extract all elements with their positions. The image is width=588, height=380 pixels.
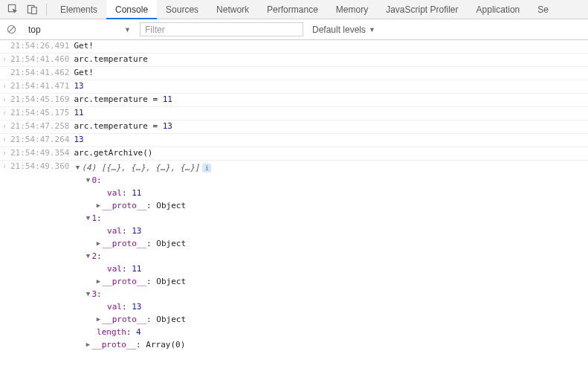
input-arrow-icon: › xyxy=(0,148,9,158)
tab-sources[interactable]: Sources xyxy=(157,0,207,19)
collapsed-icon[interactable]: ▶ xyxy=(94,237,102,250)
timestamp: 21:54:41.460 xyxy=(9,54,74,64)
device-toggle-icon[interactable] xyxy=(22,0,42,19)
expanded-icon[interactable]: ▼ xyxy=(84,212,91,225)
object-tree[interactable]: ▼(4) [{…}, {…}, {…}, {…}]i▼0: val: 11▶__… xyxy=(74,161,588,351)
log-message: Get! xyxy=(74,68,588,77)
timestamp: 21:54:41.471 xyxy=(9,81,74,91)
timestamp: 21:54:45.175 xyxy=(9,108,74,117)
log-message: 11 xyxy=(74,108,588,117)
output-arrow-icon: ‹ xyxy=(0,161,9,171)
expanded-icon[interactable]: ▼ xyxy=(84,250,91,263)
output-arrow-icon: ‹ xyxy=(0,81,9,91)
console-row[interactable]: ›21:54:47.258arc.temperature = 13 xyxy=(0,120,588,134)
tab-memory[interactable]: Memory xyxy=(327,0,377,19)
log-message: 13 xyxy=(74,135,588,144)
collapsed-icon[interactable]: ▶ xyxy=(94,199,102,212)
levels-label: Default levels xyxy=(312,25,366,35)
console-row[interactable]: 21:54:26.491Get! xyxy=(0,40,588,54)
expanded-icon[interactable]: ▼ xyxy=(84,288,91,300)
timestamp: 21:54:41.462 xyxy=(9,68,74,77)
tree-proto[interactable]: ▶__proto__: Object xyxy=(74,275,588,288)
context-label: top xyxy=(28,25,41,35)
input-arrow-icon: › xyxy=(0,121,9,131)
tree-root[interactable]: ▼(4) [{…}, {…}, {…}, {…}]i xyxy=(74,161,588,174)
tree-proto[interactable]: ▶__proto__: Object xyxy=(74,199,588,212)
tree-length[interactable]: length: 4 xyxy=(74,326,588,338)
output-arrow-icon: ‹ xyxy=(0,135,9,144)
info-icon[interactable]: i xyxy=(202,164,211,173)
timestamp: 21:54:45.169 xyxy=(9,94,74,104)
console-row[interactable]: ‹21:54:49.360▼(4) [{…}, {…}, {…}, {…}]i▼… xyxy=(0,161,588,352)
tree-prop-val[interactable]: val: 11 xyxy=(74,187,588,199)
svg-line-4 xyxy=(8,27,13,32)
tab-console[interactable]: Console xyxy=(106,0,157,19)
tree-prop-val[interactable]: val: 11 xyxy=(74,263,588,275)
svg-rect-2 xyxy=(31,7,36,14)
tab-application[interactable]: Application xyxy=(468,0,529,19)
output-arrow-icon: ‹ xyxy=(0,108,9,117)
log-message: arc.getArchive() xyxy=(74,148,588,158)
input-arrow-icon: › xyxy=(0,54,9,64)
context-selector[interactable]: top ▼ xyxy=(24,22,135,37)
collapsed-icon[interactable]: ▶ xyxy=(94,275,102,288)
tree-prop-val[interactable]: val: 13 xyxy=(74,225,588,237)
tree-index[interactable]: ▼0: xyxy=(74,174,588,187)
devtools-tabbar: ElementsConsoleSourcesNetworkPerformance… xyxy=(0,0,588,19)
console-row[interactable]: ‹21:54:47.26413 xyxy=(0,134,588,147)
timestamp: 21:54:49.360 xyxy=(9,161,74,171)
log-message: arc.temperature = 11 xyxy=(74,94,588,104)
tree-proto[interactable]: ▶__proto__: Array(0) xyxy=(74,338,588,351)
timestamp: 21:54:49.354 xyxy=(9,148,74,158)
timestamp: 21:54:47.258 xyxy=(9,121,74,131)
collapsed-icon[interactable]: ▶ xyxy=(84,338,91,351)
console-row[interactable]: ‹21:54:41.47113 xyxy=(0,80,588,94)
clear-console-icon[interactable] xyxy=(3,22,19,38)
tab-javascript-profiler[interactable]: JavaScript Profiler xyxy=(377,0,467,19)
tree-index[interactable]: ▼1: xyxy=(74,212,588,225)
tab-elements[interactable]: Elements xyxy=(51,0,106,19)
expanded-icon[interactable]: ▼ xyxy=(84,174,91,187)
log-message: arc.temperature xyxy=(74,54,588,64)
log-message: Get! xyxy=(74,41,588,51)
chevron-down-icon: ▼ xyxy=(124,26,131,33)
input-arrow-icon: › xyxy=(0,94,9,104)
tree-proto[interactable]: ▶__proto__: Object xyxy=(74,313,588,326)
console-log[interactable]: 21:54:26.491Get!›21:54:41.460arc.tempera… xyxy=(0,40,588,380)
log-message: 13 xyxy=(74,81,588,91)
tree-proto[interactable]: ▶__proto__: Object xyxy=(74,237,588,250)
tree-prop-val[interactable]: val: 13 xyxy=(74,300,588,313)
console-row[interactable]: ›21:54:45.169arc.temperature = 11 xyxy=(0,94,588,107)
tabbar-divider xyxy=(46,4,47,16)
tabs-host: ElementsConsoleSourcesNetworkPerformance… xyxy=(51,0,558,19)
tab-se[interactable]: Se xyxy=(529,0,558,19)
collapsed-icon[interactable]: ▶ xyxy=(94,313,102,326)
console-toolbar: top ▼ Default levels ▼ xyxy=(0,19,588,40)
console-row[interactable]: ›21:54:41.460arc.temperature xyxy=(0,54,588,67)
timestamp: 21:54:47.264 xyxy=(9,135,74,144)
console-row[interactable]: ›21:54:49.354arc.getArchive() xyxy=(0,147,588,161)
tab-network[interactable]: Network xyxy=(207,0,258,19)
timestamp: 21:54:26.491 xyxy=(9,41,74,51)
tree-index[interactable]: ▼2: xyxy=(74,250,588,263)
tab-performance[interactable]: Performance xyxy=(258,0,327,19)
log-levels-selector[interactable]: Default levels ▼ xyxy=(308,25,380,35)
inspect-icon[interactable] xyxy=(3,0,22,19)
log-message: arc.temperature = 13 xyxy=(74,121,588,131)
chevron-down-icon: ▼ xyxy=(369,26,375,33)
expanded-icon[interactable]: ▼ xyxy=(74,161,81,174)
tree-index[interactable]: ▼3: xyxy=(74,288,588,300)
console-row[interactable]: ‹21:54:45.17511 xyxy=(0,107,588,120)
filter-input[interactable] xyxy=(140,22,303,36)
console-row[interactable]: 21:54:41.462Get! xyxy=(0,67,588,80)
